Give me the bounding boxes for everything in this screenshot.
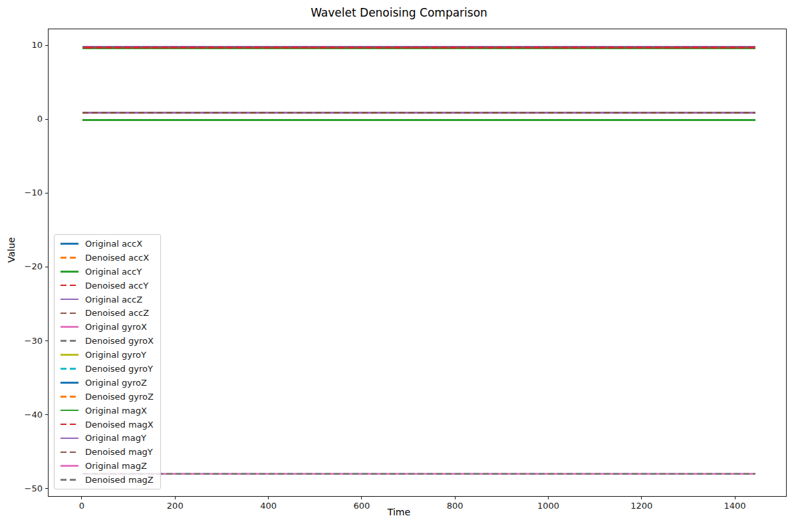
legend-dashed-line-sample: [61, 452, 78, 454]
legend-solid-line-sample: [61, 410, 78, 412]
legend-entry-label: Original gyroY: [85, 350, 146, 359]
legend-entry: Denoised gyroY: [61, 362, 158, 376]
y-tick-label: 0: [6, 114, 43, 124]
legend-entry: Original gyroZ: [61, 376, 158, 390]
legend-entry: Denoised magZ: [61, 473, 158, 487]
legend-entry-label: Denoised gyroZ: [85, 392, 154, 401]
legend-dashed-line-sample: [61, 340, 78, 342]
legend-solid-line-sample: [61, 299, 78, 301]
y-tick-label: −10: [6, 188, 43, 198]
legend-entry-label: Original magX: [85, 406, 147, 415]
x-tick-mark: [175, 497, 176, 499]
legend-solid-line-sample: [61, 243, 78, 245]
y-tick-mark: [45, 340, 48, 341]
legend-entry: Denoised gyroZ: [61, 390, 158, 404]
legend-solid-line-sample: [61, 326, 78, 328]
x-tick-mark: [548, 497, 549, 499]
y-tick-label: −30: [6, 336, 43, 346]
legend-dashed-line-sample: [61, 285, 78, 287]
x-tick-mark: [81, 497, 82, 499]
y-tick-mark: [45, 119, 48, 120]
x-tick-mark: [361, 497, 362, 499]
legend: Original accXDenoised accXOriginal accYD…: [54, 234, 161, 489]
legend-dashed-line-sample: [61, 368, 78, 370]
legend-entry: Denoised magY: [61, 445, 158, 459]
legend-entry-label: Denoised accX: [85, 253, 149, 262]
x-tick-mark: [735, 497, 735, 499]
denoised-line: [82, 473, 755, 475]
legend-solid-line-sample: [61, 382, 78, 384]
y-tick-mark: [45, 488, 48, 489]
legend-entry-label: Original magZ: [85, 462, 147, 470]
legend-entry: Denoised accY: [61, 279, 158, 293]
denoised-line: [82, 47, 755, 49]
legend-entry: Original accY: [61, 265, 158, 279]
legend-entry-label: Original gyroZ: [85, 378, 147, 387]
legend-solid-line-sample: [61, 271, 78, 273]
legend-dashed-line-sample: [61, 313, 78, 315]
legend-entry: Denoised magX: [61, 418, 158, 432]
y-tick-label: −50: [6, 483, 43, 494]
legend-entry-label: Denoised accY: [85, 281, 148, 290]
y-tick-mark: [45, 45, 48, 46]
legend-entry-label: Denoised magY: [85, 448, 153, 456]
legend-entry-label: Original gyroX: [85, 323, 147, 331]
legend-entry-label: Original magY: [85, 434, 146, 442]
legend-entry-label: Denoised magZ: [85, 475, 154, 484]
legend-entry: Original gyroY: [61, 348, 158, 362]
legend-entry: Original magZ: [61, 459, 158, 473]
legend-entry: Original magX: [61, 404, 158, 418]
legend-solid-line-sample: [61, 438, 78, 440]
legend-solid-line-sample: [61, 465, 78, 467]
legend-entry-label: Original accX: [85, 239, 142, 248]
x-tick-mark: [268, 497, 269, 499]
chart-title: Wavelet Denoising Comparison: [0, 6, 798, 19]
y-tick-label: −20: [6, 261, 43, 272]
legend-entry: Denoised accX: [61, 251, 158, 265]
legend-solid-line-sample: [61, 354, 78, 356]
legend-dashed-line-sample: [61, 424, 78, 426]
y-tick-label: 10: [6, 40, 43, 51]
legend-dashed-line-sample: [61, 479, 78, 481]
legend-entry: Original magY: [61, 431, 158, 445]
figure: Wavelet Denoising Comparison Value 02004…: [0, 0, 798, 532]
original-line: [82, 119, 755, 121]
legend-entry-label: Original accZ: [85, 295, 142, 304]
legend-entry-label: Denoised gyroX: [85, 336, 154, 345]
x-axis-label: Time: [0, 507, 798, 517]
legend-entry: Original gyroX: [61, 320, 158, 334]
y-tick-mark: [45, 414, 48, 415]
denoised-line: [82, 112, 755, 114]
y-tick-mark: [45, 193, 48, 194]
legend-entry: Denoised accZ: [61, 306, 158, 320]
legend-dashed-line-sample: [61, 257, 78, 259]
y-tick-label: −40: [6, 410, 43, 420]
legend-entry: Denoised gyroX: [61, 334, 158, 348]
x-tick-mark: [641, 497, 642, 499]
legend-dashed-line-sample: [61, 396, 78, 398]
legend-entry-label: Denoised magX: [85, 420, 154, 429]
x-tick-mark: [455, 497, 456, 499]
legend-entry: Original accZ: [61, 293, 158, 307]
legend-entry: Original accX: [61, 237, 158, 251]
y-tick-mark: [45, 267, 48, 267]
legend-entry-label: Denoised accZ: [85, 309, 149, 317]
legend-entry-label: Original accY: [85, 267, 142, 276]
legend-entry-label: Denoised gyroY: [85, 364, 153, 373]
